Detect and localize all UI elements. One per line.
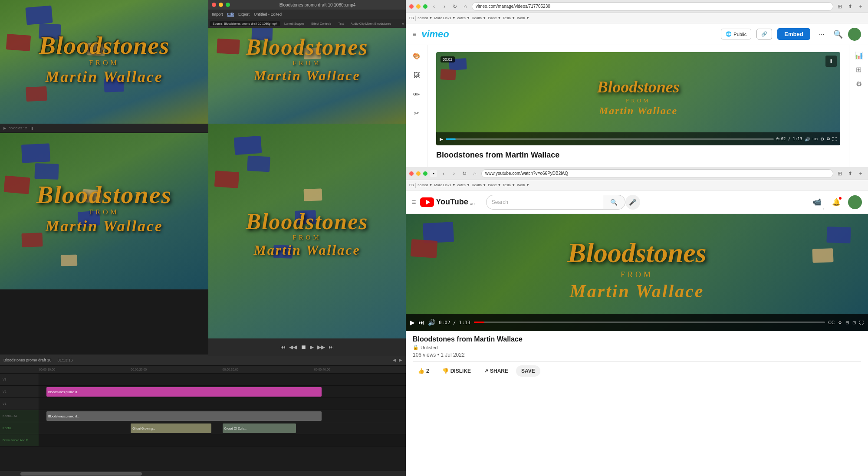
prev-btn[interactable]: ◀ <box>393 358 396 362</box>
yt-dislike-btn[interactable]: 👎 DISLIKE <box>437 365 476 377</box>
expand-icon[interactable]: » <box>401 21 404 26</box>
vimeo-share-icon[interactable]: ⬆ <box>825 56 837 67</box>
next-btn[interactable]: ▶ <box>399 358 402 362</box>
bookmark-health[interactable]: Health ▼ <box>472 16 486 20</box>
yt-fs-ctrl[interactable]: ⛶ <box>859 320 864 325</box>
vimeo-volume-ctrl[interactable]: 🔊 <box>805 137 810 141</box>
yt-url-bar[interactable]: www.youtube.com/watch?v=o66PyDB2lAQ <box>481 169 833 178</box>
pp-next-frame[interactable]: ▶▶ <box>317 344 325 350</box>
bookmark-fb[interactable]: FB <box>409 16 414 20</box>
yt-bookmark-work[interactable]: Work ▼ <box>517 183 529 187</box>
vimeo-close-btn[interactable] <box>409 4 414 9</box>
tab-effect[interactable]: Effect Controls <box>309 21 334 26</box>
vimeo-public-btn[interactable]: 🌐 Public <box>721 29 751 39</box>
vimeo-extensions-btn[interactable]: ⊞ <box>836 3 844 10</box>
yt-mic-btn[interactable]: 🎤 <box>625 195 640 210</box>
vimeo-grid-icon[interactable]: ⊞ <box>856 66 861 74</box>
minimize-dot[interactable] <box>219 3 223 7</box>
vimeo-scissors-icon[interactable]: ✂ <box>410 107 423 120</box>
vimeo-bookmark-btn[interactable]: + <box>857 3 865 10</box>
timeline-scrollbar[interactable] <box>0 471 406 476</box>
vimeo-color-icon[interactable]: 🎨 <box>410 49 423 62</box>
bookmark-more-links[interactable]: More Links ▼ <box>434 16 455 20</box>
yt-bookmark-more[interactable]: More Links ▼ <box>434 183 455 187</box>
yt-bookmark-packt[interactable]: Packt ▼ <box>488 183 501 187</box>
yt-progress-bar[interactable] <box>474 322 825 323</box>
vimeo-menu-icon[interactable]: ≡ <box>413 31 416 38</box>
yt-refresh-btn[interactable]: ↻ <box>460 170 468 177</box>
audio-clip-ghoul[interactable]: Ghoul Growing... <box>131 423 211 433</box>
yt-create-btn[interactable]: 📹 + <box>810 195 825 210</box>
yt-theater-ctrl[interactable]: ⊡ <box>852 320 856 325</box>
vimeo-progress-bar[interactable] <box>446 138 774 140</box>
vimeo-fwd-btn[interactable]: › <box>441 3 448 10</box>
yt-user-avatar[interactable] <box>848 195 862 209</box>
close-dot[interactable] <box>212 3 216 7</box>
yt-home-btn[interactable]: ⌂ <box>471 170 479 177</box>
tab-lumeti[interactable]: Lumeti Scopes <box>282 21 307 26</box>
menu-edit[interactable]: Edit <box>227 12 234 17</box>
pp-step-fwd[interactable]: ⏭ <box>329 344 334 350</box>
yt-add-btn[interactable]: + <box>857 170 865 177</box>
bookmark-work[interactable]: Work ▼ <box>517 16 529 20</box>
vimeo-maximize-btn[interactable] <box>423 4 427 9</box>
vimeo-pip-ctrl[interactable]: ⧉ <box>827 136 830 141</box>
yt-notifications-btn[interactable]: 🔔 <box>829 195 844 210</box>
vimeo-share-btn[interactable]: ⬆ <box>846 3 854 10</box>
yt-close-btn[interactable] <box>409 171 414 176</box>
vimeo-url-bar[interactable]: vimeo.com/manage/videos/717705230 <box>472 2 833 11</box>
yt-back-btn[interactable]: ‹ <box>440 170 447 177</box>
yt-search-input[interactable]: Search <box>486 195 603 210</box>
yt-maximize-btn[interactable] <box>423 171 427 176</box>
yt-fwd-btn[interactable]: › <box>450 170 458 177</box>
menu-import[interactable]: Import <box>212 12 223 16</box>
yt-hamburger-menu[interactable]: ≡ <box>412 198 416 206</box>
yt-minimize-btn[interactable] <box>416 171 421 176</box>
yt-cc-ctrl[interactable]: CC <box>829 320 835 325</box>
yt-bookmark-hosted[interactable]: hosted ▼ <box>418 183 432 187</box>
yt-logo[interactable]: YouTube AU <box>420 197 474 207</box>
bookmark-cafes[interactable]: cafés ▼ <box>457 16 470 20</box>
yt-bookmark-fb[interactable]: FB <box>409 183 414 187</box>
vimeo-home-btn[interactable]: ⌂ <box>461 3 469 10</box>
bookmark-packt[interactable]: Packt ▼ <box>488 16 501 20</box>
vimeo-embed-btn[interactable]: Embed <box>777 28 810 40</box>
tab-text[interactable]: Text <box>335 21 346 26</box>
vimeo-play-ctrl[interactable]: ▶ <box>440 137 443 141</box>
vimeo-settings-ctrl[interactable]: ⚙ <box>820 137 824 141</box>
vimeo-chart-icon[interactable]: 📊 <box>855 51 863 59</box>
vimeo-more-btn[interactable]: ··· <box>815 29 828 40</box>
yt-bookmark-tesla[interactable]: Tesla ▼ <box>503 183 515 187</box>
yt-tab-icon[interactable]: ▪ <box>430 170 437 177</box>
timeline-label[interactable]: Bloodstones promo draft 10 <box>3 358 52 362</box>
bookmark-hosted[interactable]: hosted ▼ <box>418 16 432 20</box>
vimeo-user-avatar[interactable] <box>848 28 861 41</box>
pp-step-back[interactable]: ⏮ <box>280 344 286 350</box>
yt-save-btn[interactable]: SAVE <box>516 365 540 377</box>
tab-source[interactable]: Source: Bloodstones promo draft 10 1080p… <box>210 21 280 26</box>
yt-bookmark-cafes[interactable]: cafés ▼ <box>457 183 470 187</box>
vimeo-search-btn[interactable]: 🔍 <box>833 30 843 39</box>
pp-prev-frame[interactable]: ◀◀ <box>289 344 297 350</box>
vimeo-link-btn[interactable]: 🔗 <box>756 29 772 39</box>
yt-ext-btn[interactable]: ⊞ <box>836 170 844 177</box>
yt-video-player[interactable]: Bloodstones FROM Martin Wallace ▶ ⏭ 🔊 0:… <box>406 214 868 331</box>
yt-search-button[interactable]: 🔍 <box>603 195 625 210</box>
vimeo-image-icon[interactable]: 🖼 <box>410 69 423 82</box>
yt-play-ctrl[interactable]: ▶ <box>410 319 415 326</box>
bookmark-tesla[interactable]: Tesla ▼ <box>503 16 515 20</box>
vimeo-hd-ctrl[interactable]: HD <box>812 137 818 141</box>
yt-share-browser-btn[interactable]: ⬆ <box>846 170 854 177</box>
vimeo-logo[interactable]: vimeo <box>421 29 449 40</box>
yt-share-btn[interactable]: ↗ SHARE <box>479 365 513 377</box>
pp-play-stop[interactable]: ⏹ <box>300 344 306 351</box>
tab-audio[interactable]: Audio Clip Mixer: Bloodstones pro... <box>348 21 391 26</box>
vimeo-back-btn[interactable]: ‹ <box>430 3 438 10</box>
yt-like-btn[interactable]: 👍 2 <box>413 365 434 377</box>
video-clip-1[interactable]: Bloodstones promo d... <box>46 387 322 397</box>
menu-export[interactable]: Export <box>238 12 250 16</box>
maximize-dot[interactable] <box>226 3 230 7</box>
vimeo-settings-icon[interactable]: ⚙ <box>856 80 862 88</box>
yt-miniplayer-ctrl[interactable]: ⊟ <box>845 320 849 325</box>
yt-volume-ctrl[interactable]: 🔊 <box>428 319 435 326</box>
